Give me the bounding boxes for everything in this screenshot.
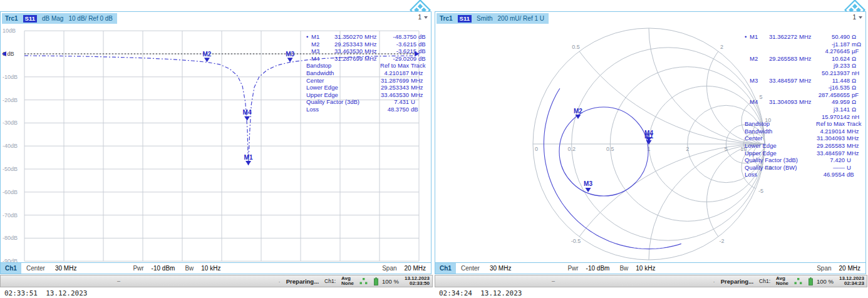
bandfilter-row: Lower Edge29.253343MHz [306,84,429,91]
status-right-cluster: · Preparing... Ch1: Avg None 100 % 13.12… [713,276,867,287]
marker-m2[interactable]: M2 [203,51,212,63]
bandfilter-row: Upper Edge33.463530MHz [306,91,429,99]
statusbar-handle[interactable]: – [552,278,555,284]
center-label: Center [26,265,45,272]
span-value[interactable]: 20 MHz [839,265,860,272]
marker-readout-row: M333.463530MHz-3.6215dB [306,48,429,55]
smith-reactance-label: -2 [719,238,724,244]
marker-readout-cont: 50.213937nH [745,69,864,77]
bandfilter-row: Bandwidth4.210187MHz [306,69,429,77]
marker-readout-cont: 4.276645µF [745,48,864,55]
measurement-badge[interactable]: S11 [23,15,37,23]
channel-chip[interactable]: Ch1 [1,263,21,274]
status-channel-label: Ch1: [759,278,770,284]
statusbar-handle[interactable]: – [117,278,120,284]
center-value[interactable]: 30 MHz [490,265,511,272]
trace-scale[interactable]: 200 mU/ Ref 1 U [498,15,544,22]
bandfilter-row: BandstopRef to MaxTrack [306,62,429,69]
marker-readout-cont: 15.970142nH [745,113,864,121]
smith-resistance-label: 0.2 [567,146,576,152]
smith-reactance-label: 0.5 [572,44,580,50]
screenshot-caption: 02:34:24 13.12.2023 [439,289,522,297]
y-axis-tick-label: -80dB [3,235,18,241]
status-message: Preparing... [286,278,319,285]
y-axis-tick-label: -20dB [3,97,18,103]
smith-reactance-label: 1 [647,25,650,26]
chevron-down-icon [424,16,428,19]
window-selector[interactable]: 1 [852,14,862,21]
status-separator-dot: · [279,278,281,285]
marker-m1[interactable]: M1 [244,154,253,166]
y-axis-tick-label: -60dB [3,189,18,195]
trace-scale[interactable]: 10 dB/ Ref 0 dB [68,15,113,22]
channel-bar: Ch1 Center 30 MHz Pwr -10 dBm Bw 10 kHz … [435,262,865,274]
status-bar: – · Preparing... Ch1: Avg None 100 % 13.… [435,275,867,287]
marker-readout-row: •M131.350270MHz-48.3750dB [306,33,429,41]
span-label: Span [817,265,831,272]
bandfilter-row: Quality Factor (3dB)7.431U [306,98,429,106]
trace-settings-chip[interactable]: Trc1 S11 dB Mag 10 dB/ Ref 0 dB [2,13,117,24]
screenshot-caption: 02:33:51 13.12.2023 [4,289,87,297]
window-number: 1 [418,14,421,21]
y-axis-tick-label: -40dB [3,143,18,149]
lan-status-icon [794,278,802,285]
svg-text:M4: M4 [243,109,252,116]
channel-chip[interactable]: Ch1 [435,263,456,274]
marker-m4[interactable]: M4 [243,109,252,121]
bandfilter-row: Loss46.9554dB [745,171,864,178]
average-indicator: Avg None [776,276,788,287]
y-axis-tick-label: -30dB [3,120,18,126]
trace-format[interactable]: dB Mag [42,15,63,22]
center-value[interactable]: 30 MHz [55,265,76,272]
marker-readout-row: M431.304093MHz49.959Ω [745,98,864,106]
bandwidth-value[interactable]: 10 kHz [636,265,655,272]
status-datetime[interactable]: 13.12.2023 02:33:50 [405,276,430,287]
status-message: Preparing... [721,278,753,285]
svg-text:M3: M3 [286,51,294,58]
svg-text:M1: M1 [644,133,653,140]
bandfilter-row: BandstopRef to MaxTrack [745,120,864,128]
bandfilter-row: Quality Factor (BW)——U [745,164,864,172]
marker-m3[interactable]: M3 [286,51,294,63]
marker-m3[interactable]: M3 [584,180,592,192]
bandfilter-row: Center31.287699MHz [306,77,429,85]
status-datetime[interactable]: 13.12.2023 02:34:23 [839,276,864,287]
power-label: Pwr [567,265,578,272]
trace-toolbar: Trc1 S11 Smith 200 mU/ Ref 1 U 1 [435,12,865,25]
bandwidth-label: Bw [185,265,194,272]
trace-name[interactable]: Trc1 [5,15,18,22]
bandfilter-row: Upper Edge33.484597MHz [745,150,864,157]
marker-readout-cont: -j16.535Ω [745,84,864,91]
trace-format[interactable]: Smith [477,15,493,22]
marker-readout-row: M333.484597MHz11.448Ω [745,77,864,85]
smith-reactance-label: -5 [758,188,763,194]
battery-percent: 100 % [817,278,834,285]
screen-area: Trc1 S11 dB Mag 10 dB/ Ref 0 dB 1 10dB0 … [0,11,431,274]
window-selector[interactable]: 1 [418,14,428,21]
battery-icon [373,277,379,285]
svg-text:M3: M3 [584,180,592,187]
smith-resistance-label: 2 [686,146,689,152]
power-value[interactable]: -10 dBm [152,265,175,272]
lan-status-icon [359,278,368,285]
span-value[interactable]: 20 MHz [405,265,426,272]
trace-settings-chip[interactable]: Trc1 S11 Smith 200 mU/ Ref 1 U [437,13,549,24]
bandwidth-value[interactable]: 10 kHz [201,265,220,272]
trace-name[interactable]: Trc1 [440,15,453,22]
bandfilter-row: Bandwidth4.219014MHz [745,128,864,135]
y-axis-tick-label: 10dB [3,28,16,34]
battery-icon [808,277,814,285]
power-value[interactable]: -10 dBm [586,265,610,272]
measurement-badge[interactable]: S11 [458,15,472,23]
chevron-down-icon [859,16,862,19]
marker-readout-row: •M131.362272MHz50.490Ω [745,33,864,41]
bandfilter-row: Loss48.3750dB [306,106,429,113]
window-number: 1 [852,14,856,21]
bandfilter-row: Quality Factor (3dB)7.420U [745,157,864,164]
span-label: Span [382,265,396,272]
power-label: Pwr [133,265,143,272]
average-indicator: Avg None [341,276,354,287]
marker-m1[interactable]: M1 [644,133,653,145]
bandwidth-label: Bw [619,265,628,272]
status-channel-label: Ch1: [324,278,336,284]
